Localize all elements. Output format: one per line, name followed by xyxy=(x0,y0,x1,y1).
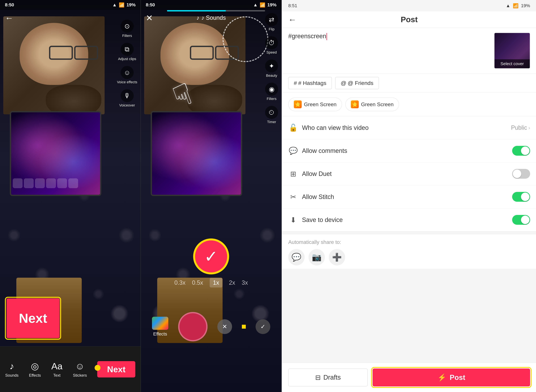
filters-control[interactable]: ⊙ Filters xyxy=(121,20,134,38)
flip-label: Flip xyxy=(269,27,274,31)
speed-label: Speed xyxy=(266,50,277,55)
effects-icon: ◎ xyxy=(31,361,39,371)
beauty-control[interactable]: ✦ Beauty xyxy=(265,60,278,78)
right-controls-2: ⇄ Flip ⏱ Speed ✦ Beauty ◉ Filters ⏲ Time… xyxy=(265,13,278,124)
status-right-2: ▲ 📶 19% xyxy=(253,2,277,8)
flip-control[interactable]: ⇄ Flip xyxy=(265,13,278,31)
face-area xyxy=(3,16,105,114)
allow-duet-toggle[interactable] xyxy=(512,169,530,179)
speed-1x[interactable]: 1x xyxy=(210,278,222,287)
toggle-knob-stitch xyxy=(521,193,529,201)
auto-share-section: Automatically share to: 💬 📷 ➕ xyxy=(282,234,536,269)
cancel-button-small[interactable]: ✕ xyxy=(217,319,232,334)
who-can-view-label: Who can view this video xyxy=(302,124,507,131)
share-other[interactable]: ➕ xyxy=(329,249,345,266)
post-label: Post xyxy=(450,373,465,382)
save-to-device-row: ⬇ Save to device xyxy=(282,208,536,231)
text-cursor xyxy=(326,33,327,40)
share-whatsapp[interactable]: 💬 xyxy=(288,249,305,266)
bottom-nav-screen1: ♪ Sounds ◎ Effects Aa Text ☺ Stickers Ne… xyxy=(0,346,141,392)
toggle-knob-save xyxy=(521,216,529,224)
yellow-dot-annotation xyxy=(95,365,100,371)
green-screen-tag-1[interactable]: ⭐ Green Screen xyxy=(288,98,342,111)
share-icons-row: 💬 📷 ➕ xyxy=(288,249,530,266)
check-circle[interactable]: ✓ xyxy=(193,238,229,274)
post-button[interactable]: ⚡ Post xyxy=(373,369,530,387)
hashtags-button[interactable]: # # Hashtags xyxy=(288,77,332,89)
duet-icon: ⊞ xyxy=(288,169,298,179)
allow-duet-row: ⊞ Allow Duet xyxy=(282,162,536,185)
speed-03x[interactable]: 0.3x xyxy=(174,278,185,287)
confirm-button-small[interactable]: ✓ xyxy=(256,319,270,334)
speed-05x[interactable]: 0.5x xyxy=(192,278,203,287)
adjust-clips-label: Adjust clips xyxy=(118,57,136,61)
effects-nav-item[interactable]: ◎ Effects xyxy=(29,361,41,378)
friends-button[interactable]: @ @ Friends xyxy=(335,77,379,89)
green-screen-label-2: Green Screen xyxy=(361,101,394,107)
stickers-nav-item[interactable]: ☺ Stickers xyxy=(73,361,87,378)
effects-icon-img xyxy=(152,317,168,330)
sounds-nav-item[interactable]: ♪ Sounds xyxy=(5,361,19,378)
speed-3x[interactable]: 3x xyxy=(242,278,248,287)
next-button-nav[interactable]: Next xyxy=(97,361,135,378)
caption-area: #greenscreen Select cover xyxy=(282,28,536,74)
voice-effects-label: Voice effects xyxy=(117,80,137,84)
progress-bar xyxy=(167,10,265,11)
tags-row: # # Hashtags @ @ Friends xyxy=(282,74,536,93)
time-display: 8:50 xyxy=(5,2,14,8)
text-icon: Aa xyxy=(51,361,63,371)
timer-control[interactable]: ⏲ Timer xyxy=(265,106,278,124)
filters-control-2[interactable]: ◉ Filters xyxy=(265,83,278,101)
record-button[interactable] xyxy=(178,312,207,341)
screen1-back-button[interactable]: ← xyxy=(5,13,13,23)
cover-thumbnail[interactable]: Select cover xyxy=(494,33,530,69)
bottom-actions: ⊟ Drafts ⚡ Post xyxy=(282,363,536,392)
next-button-screen1[interactable]: Next xyxy=(7,299,60,338)
save-to-device-toggle[interactable] xyxy=(512,215,530,225)
post-status-right: ▲ 📶 19% xyxy=(506,3,530,9)
cancel-icon: ✕ xyxy=(222,323,227,330)
tablet-prop xyxy=(10,111,101,196)
text-nav-item[interactable]: Aa Text xyxy=(51,361,63,378)
speed-control[interactable]: ⏱ Speed xyxy=(265,36,278,55)
who-can-view-value: Public › xyxy=(511,124,530,131)
signal-icon: ▲ xyxy=(112,2,117,8)
wifi-icon: 📶 xyxy=(119,2,125,8)
voiceover-control[interactable]: 🎙 Voiceover xyxy=(119,89,135,107)
effects-button-screen2[interactable]: Effects xyxy=(152,317,168,337)
who-can-view-row[interactable]: 🔓 Who can view this video Public › xyxy=(282,116,536,139)
flip-icon: ⇄ xyxy=(265,13,278,26)
post-back-button[interactable]: ← xyxy=(288,15,296,24)
caption-text-value: #greenscreen xyxy=(288,33,326,40)
beauty-icon: ✦ xyxy=(265,60,278,73)
text-nav-label: Text xyxy=(53,373,61,378)
filters-label-2: Filters xyxy=(267,97,277,101)
allow-stitch-toggle[interactable] xyxy=(512,192,530,202)
post-panel: 8:51 ▲ 📶 19% ← Post #greenscreen Select … xyxy=(282,0,536,392)
post-status-bar: 8:51 ▲ 📶 19% xyxy=(282,0,536,11)
stickers-nav-label: Stickers xyxy=(73,373,87,378)
timer-icon: ⏲ xyxy=(265,106,278,119)
selection-circle xyxy=(223,16,268,62)
app-icon-5 xyxy=(57,178,67,188)
progress-fill xyxy=(167,10,226,11)
sounds-text: ♪ Sounds xyxy=(201,14,226,21)
settings-section: 🔓 Who can view this video Public › 💬 All… xyxy=(282,116,536,231)
adjust-clips-control[interactable]: ⧉ Adjust clips xyxy=(118,43,136,61)
glasses xyxy=(49,46,98,59)
speed-controls: 0.3x 0.5x 1x 2x 3x xyxy=(141,278,281,287)
battery-display-2: 19% xyxy=(267,2,277,8)
voice-effects-icon: ☺ xyxy=(121,66,134,79)
caption-input-wrapper: #greenscreen xyxy=(288,33,491,40)
share-instagram[interactable]: 📷 xyxy=(309,249,325,266)
app-icon-3 xyxy=(35,178,45,188)
voice-effects-control[interactable]: ☺ Voice effects xyxy=(117,66,137,84)
yellow-dot-2 xyxy=(242,325,246,329)
speed-2x[interactable]: 2x xyxy=(229,278,235,287)
drafts-button[interactable]: ⊟ Drafts xyxy=(288,369,368,387)
green-screen-tag-2[interactable]: ⭐ Green Screen xyxy=(345,98,399,111)
close-button-screen2[interactable]: ✕ xyxy=(146,13,153,23)
allow-comments-toggle[interactable] xyxy=(512,146,530,156)
green-screen-icon-1: ⭐ xyxy=(294,100,302,108)
caption-input[interactable]: #greenscreen xyxy=(288,33,491,40)
